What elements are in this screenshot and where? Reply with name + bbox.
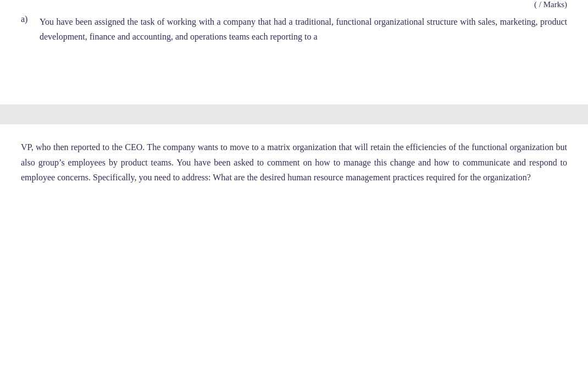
marks-label: ( / Marks) (534, 0, 567, 9)
top-section: ( / Marks) a) You have been assigned the… (0, 0, 588, 44)
question-label: a) (21, 14, 36, 24)
question-text-part1: You have been assigned the task of worki… (40, 14, 567, 44)
bottom-section: VP, who then reported to the CEO. The co… (0, 124, 588, 185)
page-container: ( / Marks) a) You have been assigned the… (0, 0, 588, 370)
continuation-text: VP, who then reported to the CEO. The co… (21, 140, 567, 185)
divider-section (0, 104, 588, 124)
question-block: a) You have been assigned the task of wo… (21, 14, 567, 44)
